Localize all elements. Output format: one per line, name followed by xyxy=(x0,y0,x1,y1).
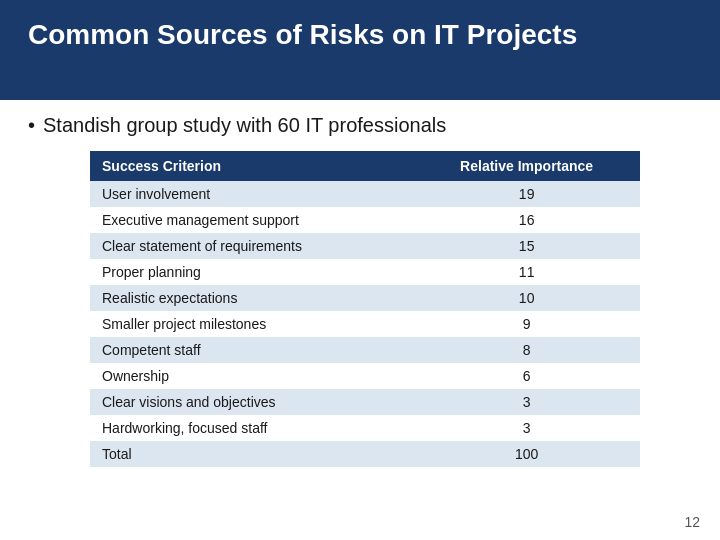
criterion-cell: Executive management support xyxy=(90,207,413,233)
importance-cell: 19 xyxy=(413,181,640,207)
importance-cell: 9 xyxy=(413,311,640,337)
importance-cell: 11 xyxy=(413,259,640,285)
criterion-cell: Proper planning xyxy=(90,259,413,285)
subtitle-text: Standish group study with 60 IT professi… xyxy=(43,114,446,137)
success-criteria-table: Success Criterion Relative Importance Us… xyxy=(90,151,640,467)
importance-cell: 15 xyxy=(413,233,640,259)
importance-cell: 16 xyxy=(413,207,640,233)
table-row: Executive management support16 xyxy=(90,207,640,233)
criterion-cell: Competent staff xyxy=(90,337,413,363)
table-row: Clear visions and objectives3 xyxy=(90,389,640,415)
table-row: Clear statement of requirements15 xyxy=(90,233,640,259)
subtitle-section: • Standish group study with 60 IT profes… xyxy=(0,100,720,147)
importance-cell: 3 xyxy=(413,415,640,441)
criterion-cell: Total xyxy=(90,441,413,467)
criterion-cell: Realistic expectations xyxy=(90,285,413,311)
table-row: Realistic expectations10 xyxy=(90,285,640,311)
criterion-cell: Clear statement of requirements xyxy=(90,233,413,259)
table-row: Ownership6 xyxy=(90,363,640,389)
page-title: Common Sources of Risks on IT Projects xyxy=(28,18,692,52)
column-header-importance: Relative Importance xyxy=(413,151,640,181)
importance-cell: 100 xyxy=(413,441,640,467)
table-container: Success Criterion Relative Importance Us… xyxy=(0,151,720,467)
criterion-cell: User involvement xyxy=(90,181,413,207)
criterion-cell: Hardworking, focused staff xyxy=(90,415,413,441)
criterion-cell: Smaller project milestones xyxy=(90,311,413,337)
importance-cell: 6 xyxy=(413,363,640,389)
table-row: Hardworking, focused staff3 xyxy=(90,415,640,441)
criterion-cell: Clear visions and objectives xyxy=(90,389,413,415)
page-number: 12 xyxy=(684,514,700,530)
table-row: Smaller project milestones9 xyxy=(90,311,640,337)
criterion-cell: Ownership xyxy=(90,363,413,389)
table-row: User involvement19 xyxy=(90,181,640,207)
column-header-criterion: Success Criterion xyxy=(90,151,413,181)
table-row: Total100 xyxy=(90,441,640,467)
importance-cell: 3 xyxy=(413,389,640,415)
header: Common Sources of Risks on IT Projects xyxy=(0,0,720,100)
table-row: Proper planning11 xyxy=(90,259,640,285)
importance-cell: 8 xyxy=(413,337,640,363)
table-header-row: Success Criterion Relative Importance xyxy=(90,151,640,181)
bullet-point: • xyxy=(28,114,35,137)
table-row: Competent staff8 xyxy=(90,337,640,363)
importance-cell: 10 xyxy=(413,285,640,311)
